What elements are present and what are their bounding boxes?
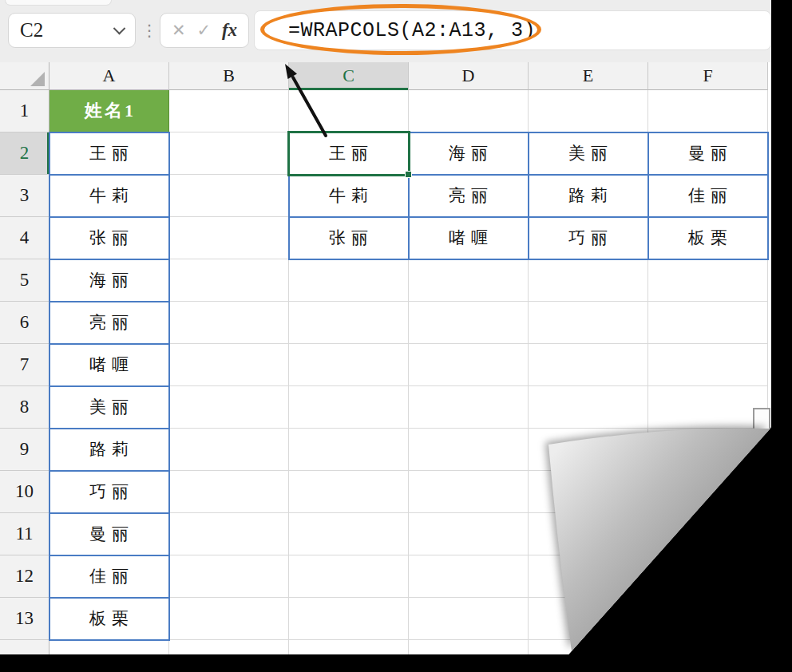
column-header-E[interactable]: E (529, 62, 648, 90)
cell-D5[interactable] (409, 259, 529, 302)
cell-B4[interactable] (169, 217, 289, 259)
cell-E6[interactable] (529, 302, 648, 344)
cell-E8[interactable] (529, 386, 648, 429)
cell-C3[interactable]: 牛莉 (289, 175, 409, 217)
cell-B5[interactable] (169, 259, 289, 302)
cell-D9[interactable] (409, 429, 529, 471)
cell-C13[interactable] (289, 598, 409, 640)
cell-D10[interactable] (409, 471, 529, 513)
column-header-A[interactable]: A (50, 62, 169, 90)
cell-B12[interactable] (169, 555, 289, 598)
cell-F7[interactable] (648, 344, 768, 386)
row-header-11[interactable]: 11 (0, 513, 50, 555)
cell-F13[interactable] (648, 598, 768, 640)
cell-A10[interactable]: 巧丽 (50, 471, 169, 513)
row-header-6[interactable]: 6 (0, 302, 50, 344)
cell-D14[interactable] (409, 640, 529, 672)
cell-B6[interactable] (169, 302, 289, 344)
cell-B11[interactable] (169, 513, 289, 555)
cell-F6[interactable] (648, 302, 768, 344)
cell-C4[interactable]: 张丽 (289, 217, 409, 259)
cell-C8[interactable] (289, 386, 409, 429)
cell-E2[interactable]: 美丽 (529, 132, 648, 175)
cell-F4[interactable]: 板栗 (648, 217, 768, 259)
cell-C11[interactable] (289, 513, 409, 555)
cell-F12[interactable] (648, 555, 768, 598)
column-header-D[interactable]: D (409, 62, 529, 90)
cell-D3[interactable]: 亮丽 (409, 175, 529, 217)
row-header-2[interactable]: 2 (0, 132, 50, 175)
scrollbar-fragment[interactable] (753, 408, 770, 434)
row-header-8[interactable]: 8 (0, 386, 50, 429)
cell-D8[interactable] (409, 386, 529, 429)
name-box[interactable]: C2 (8, 13, 136, 48)
cell-E4[interactable]: 巧丽 (529, 217, 648, 259)
row-header-1[interactable]: 1 (0, 90, 50, 132)
enter-icon[interactable]: ✓ (196, 21, 211, 40)
cell-B1[interactable] (169, 90, 289, 132)
cell-F8[interactable] (648, 386, 768, 429)
cell-E1[interactable] (529, 90, 648, 132)
cell-E5[interactable] (529, 259, 648, 302)
cell-A9[interactable]: 路莉 (50, 429, 169, 471)
cell-B14[interactable] (169, 640, 289, 672)
row-header-12[interactable]: 12 (0, 555, 50, 598)
cell-E7[interactable] (529, 344, 648, 386)
insert-function-icon[interactable]: fx (222, 20, 237, 41)
cell-D12[interactable] (409, 555, 529, 598)
cell-B8[interactable] (169, 386, 289, 429)
cell-A14[interactable] (50, 640, 169, 672)
formula-input[interactable]: =WRAPCOLS(A2:A13, 3) (254, 10, 771, 50)
cell-C10[interactable] (289, 471, 409, 513)
cell-F10[interactable] (648, 471, 768, 513)
cell-A1[interactable]: 姓名1 (50, 90, 169, 132)
cell-D2[interactable]: 海丽 (409, 132, 529, 175)
cell-D13[interactable] (409, 598, 529, 640)
cell-B10[interactable] (169, 471, 289, 513)
cell-F5[interactable] (648, 259, 768, 302)
cell-B9[interactable] (169, 429, 289, 471)
cell-A6[interactable]: 亮丽 (50, 302, 169, 344)
cell-B3[interactable] (169, 175, 289, 217)
cell-B7[interactable] (169, 344, 289, 386)
select-all-corner[interactable] (0, 62, 50, 90)
cell-B13[interactable] (169, 598, 289, 640)
cell-D1[interactable] (409, 90, 529, 132)
cell-C12[interactable] (289, 555, 409, 598)
chevron-down-icon[interactable] (113, 22, 126, 34)
row-header-13[interactable]: 13 (0, 598, 50, 640)
cell-C7[interactable] (289, 344, 409, 386)
cell-E9[interactable] (529, 429, 648, 471)
row-header-stub[interactable] (0, 640, 50, 672)
cell-D6[interactable] (409, 302, 529, 344)
cell-A3[interactable]: 牛莉 (50, 175, 169, 217)
cell-D7[interactable] (409, 344, 529, 386)
cell-A2[interactable]: 王丽 (50, 132, 169, 175)
cell-B2[interactable] (169, 132, 289, 175)
column-header-C[interactable]: C (289, 62, 409, 90)
row-header-9[interactable]: 9 (0, 429, 50, 471)
cancel-icon[interactable]: ✕ (172, 21, 186, 40)
cell-A11[interactable]: 曼丽 (50, 513, 169, 555)
cell-C9[interactable] (289, 429, 409, 471)
cell-E3[interactable]: 路莉 (529, 175, 648, 217)
cell-C1[interactable] (289, 90, 409, 132)
cell-E14[interactable] (529, 640, 648, 672)
cell-F11[interactable] (648, 513, 768, 555)
row-header-7[interactable]: 7 (0, 344, 50, 386)
cell-A12[interactable]: 佳丽 (50, 555, 169, 598)
cell-A7[interactable]: 啫喱 (50, 344, 169, 386)
cell-D4[interactable]: 啫喱 (409, 217, 529, 259)
column-header-F[interactable]: F (648, 62, 768, 90)
column-header-B[interactable]: B (169, 62, 289, 90)
row-header-3[interactable]: 3 (0, 175, 50, 217)
cell-F3[interactable]: 佳丽 (648, 175, 768, 217)
cell-E13[interactable] (529, 598, 648, 640)
row-header-10[interactable]: 10 (0, 471, 50, 513)
cell-E12[interactable] (529, 555, 648, 598)
cell-F9[interactable] (648, 429, 768, 471)
row-header-4[interactable]: 4 (0, 217, 50, 259)
cell-A4[interactable]: 张丽 (50, 217, 169, 259)
cell-A8[interactable]: 美丽 (50, 386, 169, 429)
row-header-5[interactable]: 5 (0, 259, 50, 302)
